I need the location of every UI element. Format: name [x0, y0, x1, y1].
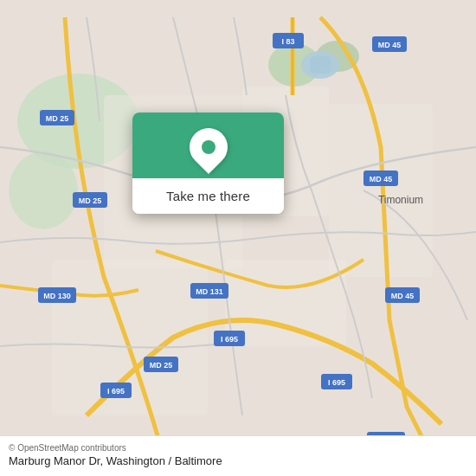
svg-point-2: [9, 151, 78, 229]
svg-text:MD 25: MD 25: [46, 114, 69, 123]
svg-text:I 83: I 83: [281, 37, 294, 46]
svg-rect-6: [310, 56, 331, 74]
popup-card: Take me there: [132, 113, 284, 214]
take-me-there-button[interactable]: Take me there: [132, 178, 284, 214]
map-container: I 83 MD 45 MD 45 MD 45 MD 25 MD 25 MD 25…: [0, 0, 476, 476]
svg-text:MD 25: MD 25: [79, 196, 102, 205]
location-pin-inner: [202, 140, 215, 154]
location-text: Marburg Manor Dr, Washington / Baltimore: [9, 454, 222, 467]
popup-icon-area: [132, 113, 284, 178]
svg-text:MD 45: MD 45: [378, 41, 402, 49]
svg-text:MD 131: MD 131: [196, 287, 223, 296]
svg-text:MD 45: MD 45: [370, 175, 393, 183]
svg-text:MD 25: MD 25: [150, 361, 173, 370]
svg-text:I 695: I 695: [221, 335, 238, 344]
svg-text:I 695: I 695: [107, 387, 125, 396]
location-label: Marburg Manor Dr, Washington / Baltimore: [9, 454, 467, 467]
copyright-text: © OpenStreetMap contributors: [9, 443, 467, 453]
svg-text:Timonium: Timonium: [378, 194, 423, 206]
svg-text:MD 130: MD 130: [43, 292, 71, 300]
location-pin-icon: [181, 120, 235, 174]
map-background: I 83 MD 45 MD 45 MD 45 MD 25 MD 25 MD 25…: [0, 0, 476, 476]
svg-text:I 695: I 695: [328, 378, 345, 387]
bottom-bar: © OpenStreetMap contributors Marburg Man…: [0, 435, 476, 476]
svg-text:MD 45: MD 45: [391, 292, 415, 300]
